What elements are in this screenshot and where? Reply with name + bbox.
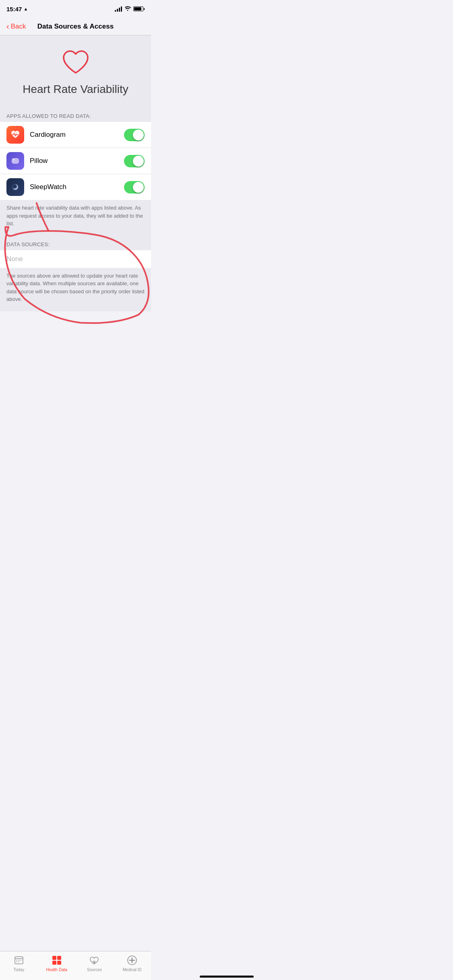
pillow-toggle-knob xyxy=(133,156,144,167)
sleepwatch-icon-graphic xyxy=(10,181,21,193)
hero-section: Heart Rate Variability xyxy=(0,35,151,106)
cardiogram-toggle[interactable] xyxy=(124,129,145,141)
sleepwatch-toggle-knob xyxy=(133,182,144,193)
none-row: None xyxy=(0,250,151,268)
back-button[interactable]: ‹ Back xyxy=(6,22,26,31)
data-sources-footer-note: The sources above are allowed to update … xyxy=(0,268,151,311)
nav-title: Data Sources & Access xyxy=(37,23,114,31)
pillow-icon-graphic xyxy=(10,155,21,167)
app-row-cardiogram: Cardiogram xyxy=(0,122,151,148)
pillow-app-name: Pillow xyxy=(30,157,118,165)
status-icons xyxy=(115,5,145,12)
signal-bar-4 xyxy=(121,6,122,12)
pillow-app-icon xyxy=(6,152,24,170)
sleepwatch-toggle[interactable] xyxy=(124,181,145,194)
heart-icon-container xyxy=(61,47,90,76)
signal-bars xyxy=(115,6,122,12)
wifi-icon xyxy=(124,5,131,12)
app-row-sleepwatch: SleepWatch xyxy=(0,174,151,200)
battery-icon xyxy=(133,6,145,11)
svg-point-1 xyxy=(13,159,14,161)
apps-footer-note-text: Share heart rate variability data with a… xyxy=(6,205,143,226)
nav-bar: ‹ Back Data Sources & Access xyxy=(0,18,151,35)
data-sources-list: None xyxy=(0,250,151,268)
app-list: Cardiogram Pillow xyxy=(0,122,151,200)
cardiogram-app-icon xyxy=(6,126,24,144)
app-row-pillow: Pillow xyxy=(0,148,151,174)
svg-point-2 xyxy=(13,161,14,162)
data-sources-section-header: DATA SOURCES: xyxy=(0,234,151,250)
apps-footer-note: Share heart rate variability data with a… xyxy=(0,200,151,234)
sleepwatch-app-name: SleepWatch xyxy=(30,183,118,191)
hero-title: Heart Rate Variability xyxy=(23,83,128,96)
cardiogram-icon-graphic xyxy=(10,129,21,140)
heart-icon xyxy=(62,49,89,74)
location-icon: ▲ xyxy=(23,6,28,11)
apps-allowed-section-header: APPS ALLOWED TO READ DATA: xyxy=(0,106,151,122)
svg-rect-0 xyxy=(12,158,19,164)
pillow-toggle[interactable] xyxy=(124,155,145,167)
back-chevron-icon: ‹ xyxy=(6,22,9,31)
signal-bar-1 xyxy=(115,10,116,12)
cardiogram-app-name: Cardiogram xyxy=(30,131,118,139)
time-display: 15:47 xyxy=(6,6,22,12)
status-bar: 15:47 ▲ xyxy=(0,0,151,18)
status-time: 15:47 ▲ xyxy=(6,6,28,12)
apps-section-header-label: APPS ALLOWED TO READ DATA: xyxy=(6,113,91,119)
data-sources-header-label: DATA SOURCES: xyxy=(6,241,50,247)
signal-bar-3 xyxy=(119,8,120,12)
cardiogram-toggle-knob xyxy=(133,130,144,140)
back-label: Back xyxy=(11,23,26,31)
sleepwatch-app-icon xyxy=(6,178,24,196)
data-sources-footer-note-text: The sources above are allowed to update … xyxy=(6,273,145,303)
signal-bar-2 xyxy=(117,9,118,12)
